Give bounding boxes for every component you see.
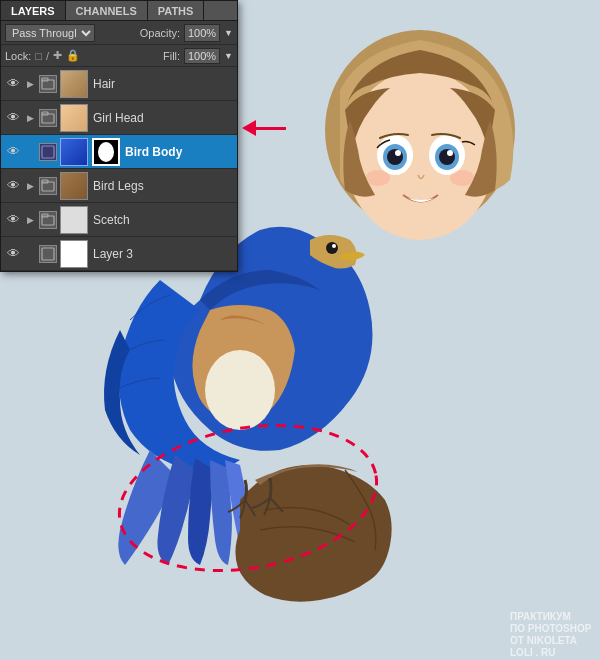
- fill-arrow-icon: ▼: [224, 51, 233, 61]
- layer-thumb-scetch: [60, 206, 88, 234]
- blend-mode-row: Pass Through Normal Multiply Screen Opac…: [1, 21, 237, 45]
- layer-type-icon-layer3: [39, 245, 57, 263]
- group-icon-bird-legs: [39, 177, 57, 195]
- visibility-icon-scetch[interactable]: 👁: [5, 212, 21, 228]
- layer-name-hair: Hair: [93, 77, 233, 91]
- opacity-arrow-icon: ▼: [224, 28, 233, 38]
- expand-arrow-bird-legs[interactable]: ▶: [24, 178, 36, 194]
- expand-arrow-layer3: [24, 246, 36, 262]
- layer-thumb-layer3: [60, 240, 88, 268]
- lock-label: Lock:: [5, 50, 31, 62]
- lock-all-icon[interactable]: ✚: [53, 49, 62, 62]
- layer-type-icon-bird-body: [39, 143, 57, 161]
- svg-text:LOLI . RU: LOLI . RU: [510, 647, 556, 658]
- lock-row: Lock: □ / ✚ 🔒 Fill: 100% ▼: [1, 45, 237, 67]
- svg-point-9: [395, 150, 401, 156]
- visibility-icon-hair[interactable]: 👁: [5, 76, 21, 92]
- layer-row-bird-body[interactable]: 👁 Bird Body: [1, 135, 237, 169]
- layers-panel: LAYERS CHANNELS PATHS Pass Through Norma…: [0, 0, 238, 272]
- lock-position-icon[interactable]: /: [46, 50, 49, 62]
- arrow-line: [256, 127, 286, 130]
- layer-name-layer3: Layer 3: [93, 247, 233, 261]
- svg-point-16: [332, 244, 336, 248]
- svg-point-15: [326, 242, 338, 254]
- svg-point-12: [450, 170, 474, 186]
- arrow-indicator: [242, 120, 286, 136]
- svg-rect-25: [42, 146, 54, 158]
- expand-arrow-girl-head[interactable]: ▶: [24, 110, 36, 126]
- panel-tab-bar: LAYERS CHANNELS PATHS: [1, 1, 237, 21]
- tab-layers[interactable]: LAYERS: [1, 1, 66, 20]
- expand-arrow-hair[interactable]: ▶: [24, 76, 36, 92]
- blend-mode-select[interactable]: Pass Through Normal Multiply Screen: [5, 24, 95, 42]
- layer-row-scetch[interactable]: 👁 ▶ Scetch: [1, 203, 237, 237]
- lock-checkbox-icon[interactable]: □: [35, 50, 42, 62]
- svg-point-26: [98, 142, 114, 162]
- svg-text:ОТ NIKOLETA: ОТ NIKOLETA: [510, 635, 577, 646]
- layer-row-girl-head[interactable]: 👁 ▶ Girl Head: [1, 101, 237, 135]
- visibility-icon-bird-legs[interactable]: 👁: [5, 178, 21, 194]
- group-icon-girl-head: [39, 109, 57, 127]
- tab-channels[interactable]: CHANNELS: [66, 1, 148, 20]
- visibility-icon-layer3[interactable]: 👁: [5, 246, 21, 262]
- expand-arrow-scetch[interactable]: ▶: [24, 212, 36, 228]
- layer-name-scetch: Scetch: [93, 213, 233, 227]
- lock-lock-icon[interactable]: 🔒: [66, 49, 80, 62]
- svg-point-7: [387, 149, 403, 165]
- group-icon-scetch: [39, 211, 57, 229]
- svg-text:ПРАКТИКУМ: ПРАКТИКУМ: [510, 611, 571, 622]
- layer-name-bird-legs: Bird Legs: [93, 179, 233, 193]
- layer-thumb-bird-body: [60, 138, 88, 166]
- svg-point-11: [366, 170, 390, 186]
- opacity-value[interactable]: 100%: [184, 24, 220, 42]
- fill-value[interactable]: 100%: [184, 48, 220, 64]
- tab-paths[interactable]: PATHS: [148, 1, 205, 20]
- group-icon-hair: [39, 75, 57, 93]
- svg-point-13: [205, 350, 275, 430]
- layer-name-bird-body: Bird Body: [125, 145, 233, 159]
- layer-mask-thumb-bird-body: [92, 138, 120, 166]
- layer-name-girl-head: Girl Head: [93, 111, 233, 125]
- svg-point-10: [447, 150, 453, 156]
- svg-text:ПО PHOTOSHOP: ПО PHOTOSHOP: [510, 623, 592, 634]
- fill-label: Fill:: [163, 50, 180, 62]
- layer-thumb-bird-legs: [60, 172, 88, 200]
- layer-row-layer3[interactable]: 👁 Layer 3: [1, 237, 237, 271]
- svg-point-8: [439, 149, 455, 165]
- layers-list: 👁 ▶ Hair 👁 ▶ Girl Head 👁: [1, 67, 237, 271]
- arrow-head-icon: [242, 120, 256, 136]
- layer-row-bird-legs[interactable]: 👁 ▶ Bird Legs: [1, 169, 237, 203]
- visibility-icon-girl-head[interactable]: 👁: [5, 110, 21, 126]
- expand-arrow-bird-body: [24, 144, 36, 160]
- opacity-label: Opacity:: [140, 27, 180, 39]
- layer-thumb-hair: [60, 70, 88, 98]
- layer-thumb-girl-head: [60, 104, 88, 132]
- svg-rect-31: [42, 248, 54, 260]
- visibility-icon-bird-body[interactable]: 👁: [5, 144, 21, 160]
- layer-row-hair[interactable]: 👁 ▶ Hair: [1, 67, 237, 101]
